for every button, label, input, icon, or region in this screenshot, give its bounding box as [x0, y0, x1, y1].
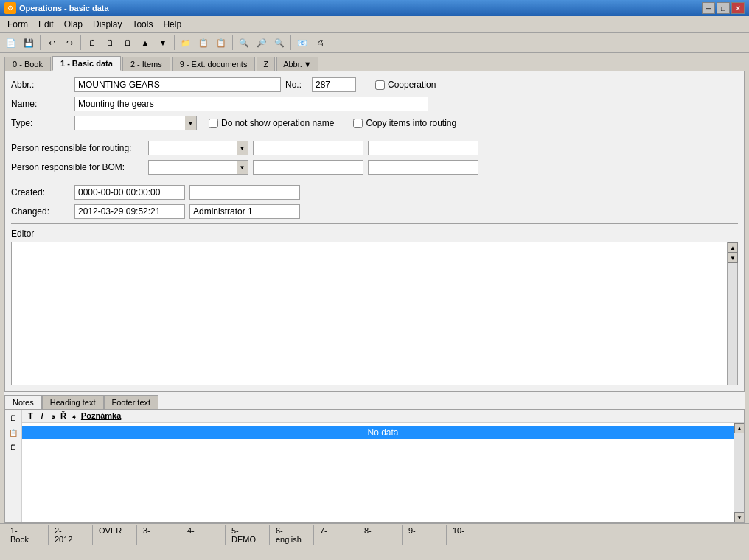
person-bom-input[interactable] — [148, 160, 237, 175]
notes-scrollbar-track — [734, 433, 744, 512]
tb-sep-5 — [290, 35, 291, 50]
notes-scrollbar-up[interactable]: ▲ — [734, 423, 744, 433]
tb-search3[interactable]: 🔍 — [271, 35, 288, 51]
scrollbar-down-btn[interactable]: ▼ — [728, 253, 738, 263]
tb-save[interactable]: 💾 — [21, 35, 37, 51]
tb-copy3[interactable]: 🗒 — [119, 35, 136, 51]
created-row: Created: — [11, 185, 738, 200]
type-label: Type: — [11, 118, 70, 128]
person-bom-field2[interactable] — [253, 160, 363, 175]
tb-copy1[interactable]: 🗒 — [84, 35, 100, 51]
notes-section: Notes Heading text Footer text 🗒 📋 🗒 — [4, 392, 745, 523]
tab-abbr[interactable]: Abbr. ▼ — [276, 57, 318, 71]
tb-search1[interactable]: 🔍 — [236, 35, 252, 51]
col-3: ₃ — [49, 410, 58, 421]
tb-email[interactable]: 📧 — [294, 35, 310, 51]
name-input[interactable] — [74, 97, 428, 111]
close-button[interactable]: ✕ — [731, 2, 745, 14]
tab-book[interactable]: 0 - Book — [4, 57, 51, 71]
window-title: Operations - basic data — [19, 4, 109, 13]
tb-clip2[interactable]: 📋 — [213, 35, 229, 51]
type-input[interactable] — [74, 116, 185, 130]
changed-by-input[interactable] — [189, 204, 300, 219]
notes-tab-heading[interactable]: Heading text — [42, 395, 104, 409]
col-r: Ř — [58, 410, 69, 421]
status-3: 3- — [137, 525, 181, 545]
tb-copy2[interactable]: 🗒 — [102, 35, 118, 51]
created-date-input[interactable] — [74, 185, 185, 200]
notes-btn-2[interactable]: 📋 — [7, 426, 20, 439]
editor-scrollbar[interactable]: ▲ ▼ — [727, 242, 737, 385]
do-not-show-checkbox[interactable] — [209, 119, 218, 128]
created-by-input[interactable] — [189, 185, 300, 200]
type-dropdown-btn[interactable]: ▼ — [185, 116, 197, 130]
status-lang: english — [276, 535, 307, 544]
no-input[interactable] — [312, 77, 356, 92]
abbr-input[interactable] — [74, 77, 281, 92]
cooperation-checkbox[interactable] — [375, 80, 385, 90]
copy-items-label: Copy items into routing — [366, 118, 456, 128]
tab-basic-data[interactable]: 1 - Basic data — [52, 56, 121, 71]
changed-date-input[interactable] — [74, 204, 185, 219]
title-bar-left: ⚙ Operations - basic data — [4, 2, 109, 14]
tab-z[interactable]: Z — [257, 57, 275, 71]
status-7: 7- — [314, 525, 358, 545]
notes-main: T / ₃ Ř ₄ Poznámka No data ▲ — [22, 410, 744, 522]
menu-form[interactable]: Form — [3, 18, 32, 31]
menu-tools[interactable]: Tools — [128, 18, 157, 31]
tb-sep-1 — [40, 35, 41, 50]
status-2: 2- 2012 — [49, 525, 93, 545]
status-6: 6- english — [270, 525, 314, 545]
tb-new[interactable]: 📄 — [3, 35, 19, 51]
menu-olap[interactable]: Olap — [60, 18, 87, 31]
notes-scrollbar[interactable]: ▲ ▼ — [734, 423, 744, 522]
tb-clip1[interactable]: 📋 — [195, 35, 212, 51]
notes-tab-footer[interactable]: Footer text — [104, 395, 159, 409]
person-routing-field3[interactable] — [368, 141, 478, 155]
col-slash: / — [36, 410, 49, 421]
tab-items[interactable]: 2 - Items — [122, 57, 170, 71]
tb-sep-2 — [80, 35, 81, 50]
tb-up[interactable]: ▲ — [137, 35, 153, 51]
tb-sep-3 — [174, 35, 175, 50]
person-routing-input[interactable] — [148, 141, 237, 155]
tb-redo[interactable]: ↪ — [61, 35, 77, 51]
notes-scrollbar-down[interactable]: ▼ — [734, 512, 744, 522]
person-bom-field3[interactable] — [368, 160, 478, 175]
person-routing-dropdown-btn[interactable]: ▼ — [237, 141, 248, 155]
tab-ext-documents[interactable]: 9 - Ext. documents — [172, 57, 256, 71]
scrollbar-up-btn[interactable]: ▲ — [728, 242, 738, 253]
notes-btn-1[interactable]: 🗒 — [7, 411, 20, 424]
maximize-button[interactable]: □ — [717, 2, 730, 14]
col-poznamka: Poznámka — [78, 410, 124, 421]
status-demo: DEMO — [231, 535, 263, 544]
person-bom-dropdown-btn[interactable]: ▼ — [237, 160, 248, 175]
notes-btn-3[interactable]: 🗒 — [7, 441, 20, 454]
tb-search2[interactable]: 🔎 — [254, 35, 270, 51]
tb-print[interactable]: 🖨 — [312, 35, 328, 51]
notes-tab-notes[interactable]: Notes — [4, 395, 42, 409]
person-bom-dropdown[interactable]: ▼ — [148, 160, 248, 175]
notes-tabs: Notes Heading text Footer text — [4, 392, 745, 409]
editor-area[interactable]: ▲ ▼ — [11, 242, 738, 385]
status-bar: 1- Book 2- 2012 OVER 3- 4- 5- DEMO 6- en… — [0, 523, 749, 546]
main-content: Abbr.: No.: Cooperation Name: Type: ▼ Do… — [4, 71, 745, 392]
notes-column-headers: T / ₃ Ř ₄ Poznámka — [22, 410, 744, 423]
copy-items-checkbox[interactable] — [353, 119, 363, 128]
notes-left-buttons: 🗒 📋 🗒 — [5, 410, 22, 522]
cooperation-row: Cooperation — [375, 80, 436, 90]
menu-edit[interactable]: Edit — [34, 18, 58, 31]
menu-display[interactable]: Display — [88, 18, 126, 31]
person-routing-label: Person responsible for routing: — [11, 143, 144, 153]
editor-label: Editor — [11, 228, 738, 239]
tb-down[interactable]: ▼ — [155, 35, 171, 51]
tb-undo[interactable]: ↩ — [43, 35, 60, 51]
do-not-show-row: Do not show operation name — [209, 118, 334, 128]
tb-folder[interactable]: 📁 — [178, 35, 194, 51]
minimize-button[interactable]: ─ — [702, 2, 715, 14]
person-routing-field2[interactable] — [253, 141, 363, 155]
status-5: 5- DEMO — [226, 525, 270, 545]
type-dropdown[interactable]: ▼ — [74, 116, 197, 130]
person-routing-dropdown[interactable]: ▼ — [148, 141, 248, 155]
menu-help[interactable]: Help — [158, 18, 186, 31]
